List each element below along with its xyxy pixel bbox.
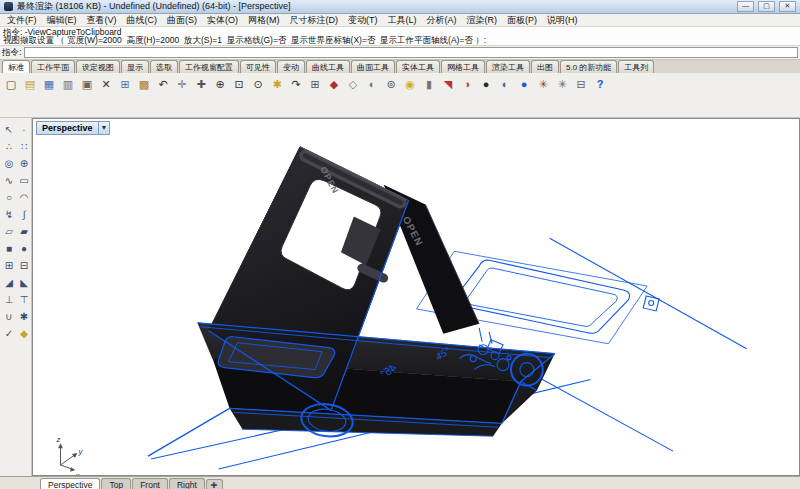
handle-curve-icon[interactable]: ∫ bbox=[16, 206, 32, 222]
box-icon[interactable]: ■ bbox=[1, 240, 17, 256]
toolbar-tab[interactable]: 显示 bbox=[121, 60, 149, 73]
save-icon[interactable]: ▦ bbox=[40, 75, 58, 93]
menu-item[interactable]: 变动(T) bbox=[343, 14, 383, 27]
minimize-button[interactable]: — bbox=[737, 1, 754, 12]
menu-item[interactable]: 分析(A) bbox=[422, 14, 462, 27]
perspective-viewport[interactable]: Perspective ▼ bbox=[32, 118, 800, 476]
toolbar-tab[interactable]: 工作平面 bbox=[31, 60, 75, 73]
pan-view-icon[interactable]: ✛ bbox=[173, 75, 191, 93]
toolbar-tab[interactable]: 实体工具 bbox=[396, 60, 440, 73]
named-view-icon[interactable]: ◆ bbox=[325, 75, 343, 93]
undo-icon[interactable]: ↶ bbox=[154, 75, 172, 93]
delete-icon[interactable]: ✕ bbox=[97, 75, 115, 93]
toolbar-tab[interactable]: 标准 bbox=[2, 60, 30, 73]
open-file-icon[interactable]: ▤ bbox=[21, 75, 39, 93]
copy-icon[interactable]: ⊞ bbox=[116, 75, 134, 93]
zoom-dynamic-icon[interactable]: ⊕ bbox=[211, 75, 229, 93]
viewport-tab[interactable]: Right bbox=[169, 478, 205, 489]
render-icon[interactable]: ◥ bbox=[439, 75, 457, 93]
explode-icon[interactable]: ✱ bbox=[16, 308, 32, 324]
gear-icon[interactable]: ✳ bbox=[553, 75, 571, 93]
close-button[interactable]: ✕ bbox=[779, 1, 796, 12]
sphere-dark-icon[interactable]: ● bbox=[477, 75, 495, 93]
options-icon[interactable]: ✳ bbox=[534, 75, 552, 93]
circle-tangent-icon[interactable]: ⊕ bbox=[16, 155, 32, 171]
key-icon[interactable]: ✱ bbox=[268, 75, 286, 93]
toolbar-tab[interactable]: 曲面工具 bbox=[351, 60, 395, 73]
boolean-union-icon[interactable]: ⊞ bbox=[1, 257, 17, 273]
toolbar-tab[interactable]: 变动 bbox=[277, 60, 305, 73]
circle-icon[interactable]: ○ bbox=[1, 189, 17, 205]
toolbar-tab[interactable]: 5.0 的新功能 bbox=[560, 60, 617, 73]
export-view-icon[interactable]: ▣ bbox=[78, 75, 96, 93]
circle-center-icon[interactable]: ◎ bbox=[1, 155, 17, 171]
menu-item[interactable]: 尺寸标注(D) bbox=[285, 14, 344, 27]
rotate-view-icon[interactable]: ↷ bbox=[287, 75, 305, 93]
edit-points-icon[interactable]: ∷ bbox=[16, 138, 32, 154]
popup-toolbar-icon[interactable]: ⊟ bbox=[572, 75, 590, 93]
maximize-button[interactable]: ▢ bbox=[758, 1, 775, 12]
menu-item[interactable]: 曲线(C) bbox=[122, 14, 163, 27]
menu-item[interactable]: 曲面(S) bbox=[162, 14, 202, 27]
polyline-icon[interactable]: ↯ bbox=[1, 206, 17, 222]
toolbar-tab[interactable]: 工具列 bbox=[618, 60, 654, 73]
boolean-difference-icon[interactable]: ⊟ bbox=[16, 257, 32, 273]
move-icon[interactable]: ✚ bbox=[192, 75, 210, 93]
viewport-canvas[interactable]: OPEN OPEN bbox=[33, 119, 799, 475]
new-file-icon[interactable]: ▢ bbox=[2, 75, 20, 93]
record-history-icon[interactable]: ⊚ bbox=[382, 75, 400, 93]
select-arrow-icon[interactable]: ↖ bbox=[1, 121, 17, 137]
color-wheel-icon[interactable]: ◑ bbox=[458, 75, 476, 93]
toolbar-tab[interactable]: 工作视窗配置 bbox=[179, 60, 239, 73]
help-icon[interactable]: ? bbox=[591, 75, 609, 93]
menu-item[interactable]: 文件(F) bbox=[2, 14, 42, 27]
menu-item[interactable]: 查看(V) bbox=[82, 14, 122, 27]
menu-item[interactable]: 说明(H) bbox=[542, 14, 583, 27]
toolbar-tab[interactable]: 设定视图 bbox=[76, 60, 120, 73]
surface-corner-icon[interactable]: ▰ bbox=[16, 223, 32, 239]
toolbar-tab[interactable]: 网格工具 bbox=[441, 60, 485, 73]
shade-icon[interactable]: ◐ bbox=[363, 75, 381, 93]
trim-icon[interactable]: ⊥ bbox=[1, 291, 17, 307]
menu-item[interactable]: 实体(O) bbox=[202, 14, 243, 27]
viewport-tab[interactable]: Front bbox=[132, 478, 168, 489]
surface-plane-icon[interactable]: ▱ bbox=[1, 223, 17, 239]
viewport-tab[interactable]: Perspective bbox=[40, 478, 100, 489]
toolbar-tab[interactable]: 选取 bbox=[150, 60, 178, 73]
gold-material-icon[interactable]: ◆ bbox=[16, 325, 32, 341]
display-mode-icon[interactable]: ◇ bbox=[344, 75, 362, 93]
new-viewport-tab-button[interactable]: ✚ bbox=[206, 479, 223, 489]
viewport-title-label[interactable]: Perspective bbox=[36, 121, 99, 135]
menu-item[interactable]: 网格(M) bbox=[243, 14, 285, 27]
freeform-curve-icon[interactable]: ∿ bbox=[1, 172, 17, 188]
sphere-earth-icon[interactable]: ◐ bbox=[496, 75, 514, 93]
toolbar-tab[interactable]: 出图 bbox=[531, 60, 559, 73]
point-icon[interactable]: ∙ bbox=[16, 121, 32, 137]
zoom-window-icon[interactable]: ⊡ bbox=[230, 75, 248, 93]
print-icon[interactable]: ▥ bbox=[59, 75, 77, 93]
sphere-blue-icon[interactable]: ● bbox=[515, 75, 533, 93]
chamfer-icon[interactable]: ◣ bbox=[16, 274, 32, 290]
toolbar-tab[interactable]: 渲染工具 bbox=[486, 60, 530, 73]
arc-icon[interactable]: ◠ bbox=[16, 189, 32, 205]
layer-grid-icon[interactable]: ⊞ bbox=[306, 75, 324, 93]
paste-icon[interactable]: ▩ bbox=[135, 75, 153, 93]
menu-item[interactable]: 编辑(E) bbox=[42, 14, 82, 27]
fillet-icon[interactable]: ◢ bbox=[1, 274, 17, 290]
viewport-tab[interactable]: Top bbox=[101, 478, 131, 489]
split-icon[interactable]: ⊤ bbox=[16, 291, 32, 307]
toolbar-tab[interactable]: 可见性 bbox=[240, 60, 276, 73]
lock-icon[interactable]: ▮ bbox=[420, 75, 438, 93]
command-input[interactable] bbox=[24, 47, 798, 58]
light-icon[interactable]: ◉ bbox=[401, 75, 419, 93]
rectangle-icon[interactable]: ▭ bbox=[16, 172, 32, 188]
menu-item[interactable]: 面板(P) bbox=[502, 14, 542, 27]
join-icon[interactable]: ∪ bbox=[1, 308, 17, 324]
chevron-down-icon[interactable]: ▼ bbox=[99, 121, 111, 135]
menu-item[interactable]: 渲染(R) bbox=[462, 14, 503, 27]
control-points-icon[interactable]: ∴ bbox=[1, 138, 17, 154]
sphere-icon[interactable]: ● bbox=[16, 240, 32, 256]
menu-item[interactable]: 工具(L) bbox=[383, 14, 422, 27]
toolbar-tab[interactable]: 曲线工具 bbox=[306, 60, 350, 73]
zoom-extents-icon[interactable]: ⊙ bbox=[249, 75, 267, 93]
